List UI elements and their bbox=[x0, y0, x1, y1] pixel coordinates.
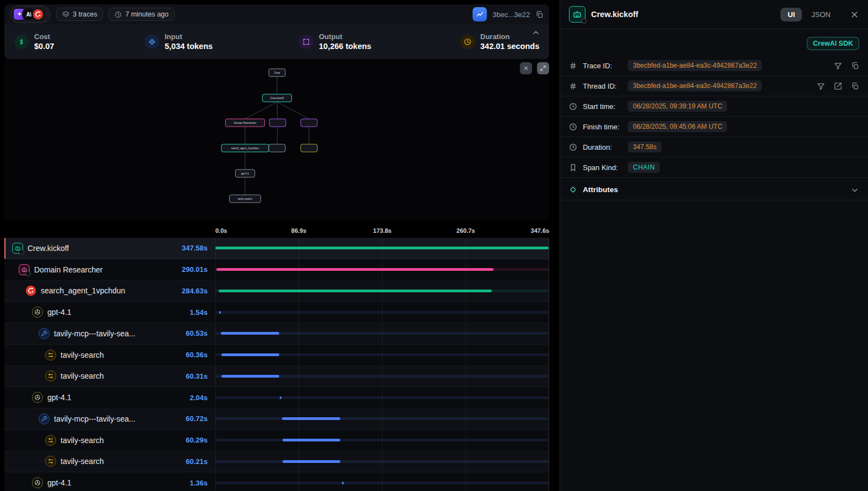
gantt-lane[interactable] bbox=[215, 238, 549, 259]
chevron-down-icon[interactable] bbox=[850, 186, 859, 194]
svg-text:Crew.kickoff: Crew.kickoff bbox=[270, 97, 284, 100]
field-trace-id: Trace ID:3becbfed-a1be-ae84-ea3c-4942867… bbox=[560, 56, 868, 76]
trace-row[interactable]: tavily-search60.31s bbox=[4, 366, 549, 388]
funnel-icon[interactable] bbox=[817, 82, 825, 90]
external-icon[interactable] bbox=[834, 82, 842, 90]
trace-row[interactable]: gpt-4.11.36s bbox=[4, 472, 549, 491]
span-name: gpt-4.1 bbox=[47, 308, 72, 317]
span-duration: 60.31s bbox=[186, 372, 208, 380]
trace-row[interactable]: search_agent_1vpchdun284.63s bbox=[4, 281, 549, 302]
trace-row[interactable]: tavily-search60.29s bbox=[4, 430, 549, 451]
span-duration: 60.29s bbox=[186, 436, 208, 444]
metric-label: Input bbox=[165, 32, 213, 41]
close-panel-button[interactable] bbox=[850, 10, 859, 19]
span-duration: 1.54s bbox=[189, 308, 208, 317]
span-duration: 290.01s bbox=[182, 265, 208, 274]
topbar-right: 3bec...3e22 bbox=[473, 7, 544, 21]
graph-close-button[interactable] bbox=[520, 62, 532, 74]
metric-input: Input5,034 tokens bbox=[145, 32, 299, 51]
span-bar bbox=[216, 268, 494, 271]
svg-text:tavily-search: tavily-search bbox=[238, 198, 252, 200]
span-bar bbox=[221, 375, 279, 378]
span-bar bbox=[282, 417, 340, 420]
gantt-lane[interactable] bbox=[215, 408, 549, 429]
trace-main: A\ 3 traces 7 minutes ago 3bec...3e22 Co… bbox=[0, 0, 556, 491]
gantt-lane[interactable] bbox=[215, 387, 549, 408]
span-name: gpt-4.1 bbox=[47, 478, 72, 487]
copy-icon[interactable] bbox=[535, 10, 544, 19]
sub-badge bbox=[581, 18, 587, 24]
span-name: tavily-search bbox=[61, 457, 104, 466]
trace-row[interactable]: tavily-mcp---tavily-sea...60.53s bbox=[4, 323, 549, 345]
gantt-lane[interactable] bbox=[215, 472, 549, 491]
sdk-row: CrewAI SDK bbox=[560, 29, 868, 56]
field-start-time: Start time:06/28/2025, 09:39:19 AM UTC bbox=[560, 96, 868, 117]
metric-output: Output10,266 tokens bbox=[299, 32, 460, 51]
svg-text:Crew: Crew bbox=[274, 72, 280, 74]
trace-row[interactable]: tavily-mcp---tavily-sea...60.72s bbox=[4, 408, 549, 430]
time-ago-badge: 7 minutes ago bbox=[109, 8, 175, 21]
attributes-icon bbox=[569, 186, 577, 194]
dollar-icon bbox=[14, 35, 29, 49]
hash-icon bbox=[569, 82, 577, 90]
trace-row[interactable]: gpt-4.11.54s bbox=[4, 302, 549, 323]
trace-row[interactable]: Crew.kickoff347.58s bbox=[4, 238, 549, 259]
gantt-lane[interactable] bbox=[215, 259, 549, 280]
attributes-section[interactable]: Attributes bbox=[560, 179, 868, 200]
sub-badge bbox=[25, 271, 31, 276]
trace-row[interactable]: tavily-search60.21s bbox=[4, 451, 549, 473]
field-value[interactable]: 3becbfed-a1be-ae84-ea3c-4942867a3e22 bbox=[628, 60, 762, 71]
span-duration: 60.53s bbox=[186, 329, 208, 337]
trace-row[interactable]: gpt-4.12.04s bbox=[4, 387, 549, 408]
gantt-lane[interactable] bbox=[215, 451, 549, 472]
copy-icon[interactable] bbox=[851, 82, 859, 90]
field-span-kind: Span Kind:CHAIN bbox=[560, 157, 868, 178]
mcp-icon bbox=[39, 328, 50, 339]
view-tabs: UI JSON bbox=[780, 8, 838, 21]
chart-button[interactable] bbox=[473, 7, 487, 21]
metric-cost: Cost$0.07 bbox=[14, 32, 145, 51]
trace-row[interactable]: tavily-search60.36s bbox=[4, 345, 549, 366]
field-value[interactable]: 347.58s bbox=[628, 141, 661, 152]
timeline-axis: 0.0s86.9s173.8s260.7s347.6s bbox=[4, 220, 549, 238]
field-value[interactable]: 06/28/2025, 09:39:19 AM UTC bbox=[628, 101, 727, 112]
span-bar bbox=[283, 439, 340, 441]
gantt-lane[interactable] bbox=[215, 366, 549, 387]
field-duration: Duration:347.58s bbox=[560, 137, 868, 157]
sdk-badge: CrewAI SDK bbox=[807, 37, 859, 50]
trace-graph[interactable]: CrewCrew.kickoffDomain Researchersearch_… bbox=[4, 59, 549, 220]
metrics-list: Cost$0.07Input5,034 tokensOutput10,266 t… bbox=[14, 32, 539, 51]
gantt-lane[interactable] bbox=[215, 302, 549, 323]
span-name: tavily-mcp---tavily-sea... bbox=[54, 329, 135, 338]
funnel-icon[interactable] bbox=[834, 62, 842, 70]
span-bar bbox=[219, 290, 492, 292]
metric-value: $0.07 bbox=[34, 42, 54, 51]
gantt-lane[interactable] bbox=[215, 323, 549, 344]
span-bar bbox=[215, 247, 549, 249]
tab-ui[interactable]: UI bbox=[780, 8, 802, 21]
openai-icon bbox=[32, 307, 43, 318]
field-value[interactable]: 06/28/2025, 09:45:06 AM UTC bbox=[628, 121, 727, 132]
openai-icon bbox=[32, 392, 43, 403]
copy-icon[interactable] bbox=[851, 62, 859, 70]
tab-json[interactable]: JSON bbox=[804, 8, 838, 21]
collapse-metrics-button[interactable] bbox=[531, 29, 540, 37]
svg-text:search_agent_1vpchdun: search_agent_1vpchdun bbox=[231, 147, 259, 150]
graph-expand-button[interactable] bbox=[537, 62, 549, 74]
span-name: tavily-search bbox=[61, 351, 104, 359]
traces-badge[interactable]: 3 traces bbox=[56, 8, 103, 21]
metric-label: Output bbox=[319, 32, 371, 41]
gantt-lane[interactable] bbox=[215, 281, 549, 302]
span-bar bbox=[283, 460, 340, 463]
field-value[interactable]: 3becbfed-a1be-ae84-ea3c-4942867a3e22 bbox=[628, 80, 762, 91]
clock-icon bbox=[569, 143, 577, 151]
span-name: gpt-4.1 bbox=[47, 393, 72, 402]
gantt-lane[interactable] bbox=[215, 345, 549, 365]
field-value[interactable]: CHAIN bbox=[628, 162, 660, 173]
crew-icon bbox=[12, 243, 23, 254]
time-tick: 260.7s bbox=[457, 227, 475, 234]
span-duration: 2.04s bbox=[189, 394, 208, 402]
gantt-lane[interactable] bbox=[215, 430, 549, 451]
metric-label: Cost bbox=[34, 32, 54, 41]
trace-row[interactable]: Domain Researcher290.01s bbox=[4, 259, 549, 281]
